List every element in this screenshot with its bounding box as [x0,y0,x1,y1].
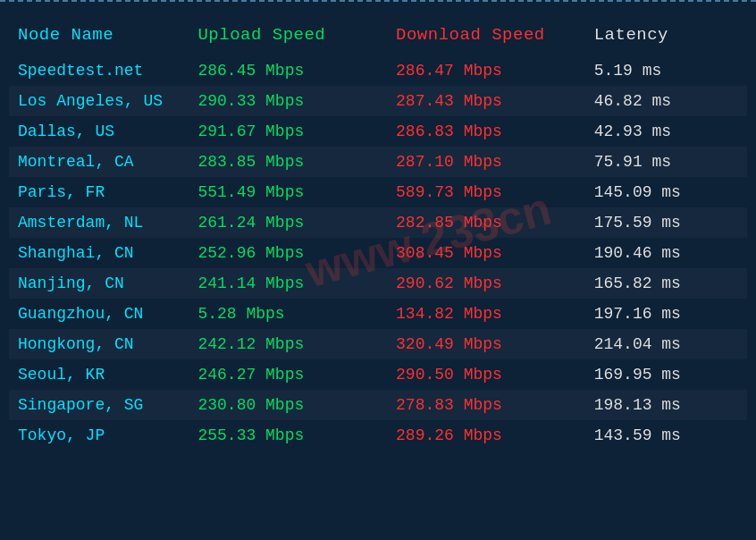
cell-latency: 46.82 ms [585,86,747,116]
cell-node: Nanjing, CN [9,268,189,299]
table-row: Shanghai, CN252.96 Mbps308.45 Mbps190.46… [9,238,747,268]
col-header-upload: Upload Speed [189,18,387,55]
table-row: Dallas, US291.67 Mbps286.83 Mbps42.93 ms [9,116,747,147]
cell-upload: 252.96 Mbps [189,238,387,268]
cell-latency: 165.82 ms [585,268,747,299]
cell-upload: 261.24 Mbps [189,207,387,238]
cell-latency: 145.09 ms [585,177,747,207]
table-row: Amsterdam, NL261.24 Mbps282.85 Mbps175.5… [9,207,747,238]
table-row: Speedtest.net286.45 Mbps286.47 Mbps5.19 … [9,55,747,86]
col-header-node: Node Name [9,18,189,55]
cell-latency: 75.91 ms [585,147,747,177]
table-row: Guangzhou, CN5.28 Mbps134.82 Mbps197.16 … [9,299,747,329]
cell-upload: 290.33 Mbps [189,86,387,116]
cell-upload: 283.85 Mbps [189,147,387,177]
cell-node: Los Angeles, US [9,86,189,116]
table-row: Paris, FR551.49 Mbps589.73 Mbps145.09 ms [9,177,747,207]
cell-node: Seoul, KR [9,359,189,390]
cell-download: 290.62 Mbps [387,268,585,299]
cell-latency: 169.95 ms [585,359,747,390]
cell-download: 282.85 Mbps [387,207,585,238]
table-row: Hongkong, CN242.12 Mbps320.49 Mbps214.04… [9,329,747,359]
cell-download: 308.45 Mbps [387,238,585,268]
cell-latency: 5.19 ms [585,55,747,86]
cell-download: 287.43 Mbps [387,86,585,116]
table-header-row: Node Name Upload Speed Download Speed La… [9,18,747,55]
cell-download: 290.50 Mbps [387,359,585,390]
cell-node: Dallas, US [9,116,189,147]
cell-node: Singapore, SG [9,390,189,420]
cell-node: Guangzhou, CN [9,299,189,329]
cell-download: 589.73 Mbps [387,177,585,207]
cell-download: 286.47 Mbps [387,55,585,86]
table-row: Nanjing, CN241.14 Mbps290.62 Mbps165.82 … [9,268,747,299]
cell-node: Paris, FR [9,177,189,207]
cell-latency: 175.59 ms [585,207,747,238]
cell-node: Shanghai, CN [9,238,189,268]
cell-node: Hongkong, CN [9,329,189,359]
cell-download: 278.83 Mbps [387,390,585,420]
cell-download: 134.82 Mbps [387,299,585,329]
table-body: Speedtest.net286.45 Mbps286.47 Mbps5.19 … [9,55,747,451]
cell-upload: 255.33 Mbps [189,420,387,451]
table-row: Singapore, SG230.80 Mbps278.83 Mbps198.1… [9,390,747,420]
cell-latency: 214.04 ms [585,329,747,359]
col-header-download: Download Speed [387,18,585,55]
cell-upload: 241.14 Mbps [189,268,387,299]
cell-latency: 190.46 ms [585,238,747,268]
table-row: Montreal, CA283.85 Mbps287.10 Mbps75.91 … [9,147,747,177]
cell-node: Montreal, CA [9,147,189,177]
cell-download: 287.10 Mbps [387,147,585,177]
cell-upload: 551.49 Mbps [189,177,387,207]
cell-download: 289.26 Mbps [387,420,585,451]
cell-download: 320.49 Mbps [387,329,585,359]
cell-node: Tokyo, JP [9,420,189,451]
table-row: Tokyo, JP255.33 Mbps289.26 Mbps143.59 ms [9,420,747,451]
cell-upload: 291.67 Mbps [189,116,387,147]
cell-upload: 286.45 Mbps [189,55,387,86]
col-header-latency: Latency [585,18,747,55]
speed-table: Node Name Upload Speed Download Speed La… [9,18,747,451]
cell-node: Speedtest.net [9,55,189,86]
cell-latency: 197.16 ms [585,299,747,329]
cell-latency: 143.59 ms [585,420,747,451]
cell-latency: 42.93 ms [585,116,747,147]
cell-upload: 230.80 Mbps [189,390,387,420]
top-border [0,0,756,7]
table-container: www.233cn Node Name Upload Speed Downloa… [0,11,756,458]
table-row: Los Angeles, US290.33 Mbps287.43 Mbps46.… [9,86,747,116]
cell-latency: 198.13 ms [585,390,747,420]
table-row: Seoul, KR246.27 Mbps290.50 Mbps169.95 ms [9,359,747,390]
cell-download: 286.83 Mbps [387,116,585,147]
cell-upload: 246.27 Mbps [189,359,387,390]
cell-upload: 242.12 Mbps [189,329,387,359]
cell-upload: 5.28 Mbps [189,299,387,329]
cell-node: Amsterdam, NL [9,207,189,238]
